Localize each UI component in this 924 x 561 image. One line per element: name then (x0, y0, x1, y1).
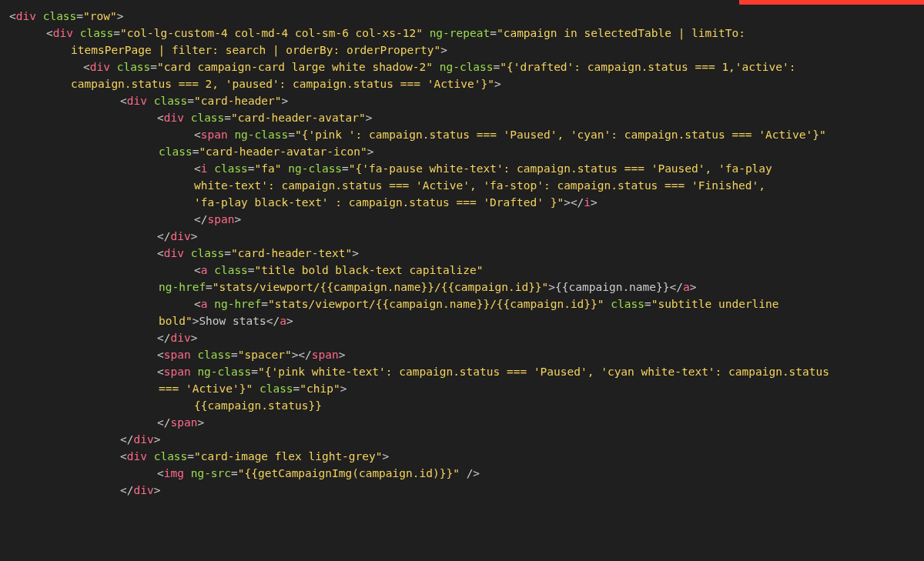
code-line[interactable]: </div> (120, 431, 924, 448)
code-line[interactable]: <div class="card-header-text"> (157, 245, 924, 262)
code-line[interactable]: itemsPerPage | filter: search | orderBy:… (71, 42, 924, 58)
code-editor[interactable]: <div class="row"><div class="col-lg-cust… (0, 0, 924, 499)
code-line[interactable]: <i class="fa" ng-class="{'fa-pause white… (194, 160, 924, 177)
code-line[interactable]: <img ng-src="{{getCampaignImg(campaign.i… (157, 465, 924, 482)
code-line[interactable]: </div> (120, 482, 924, 499)
code-line[interactable]: === 'Active'}" class="chip"> (159, 380, 924, 397)
code-line[interactable]: white-text': campaign.status === 'Active… (194, 177, 924, 194)
code-line[interactable]: <div class="card campaign-card large whi… (83, 58, 924, 75)
code-line[interactable]: bold">Show stats</a> (159, 312, 924, 329)
code-line[interactable]: <div class="row"> (9, 8, 924, 25)
code-line[interactable]: <span ng-class="{'pink white-text': camp… (157, 363, 924, 380)
code-line[interactable]: </div> (157, 329, 924, 346)
code-line[interactable]: <div class="col-lg-custom-4 col-md-4 col… (46, 25, 924, 42)
code-line[interactable]: <a ng-href="stats/viewport/{{campaign.na… (194, 296, 924, 312)
code-line[interactable]: <a class="title bold black-text capitali… (194, 262, 924, 279)
code-line[interactable]: class="card-header-avatar-icon"> (159, 143, 924, 160)
code-line[interactable]: <div class="card-image flex light-grey"> (120, 448, 924, 465)
code-line[interactable]: </span> (194, 211, 924, 228)
code-line[interactable]: </span> (157, 414, 924, 431)
code-line[interactable]: campaign.status === 2, 'paused': campaig… (71, 75, 924, 92)
code-line[interactable]: <div class="card-header"> (120, 92, 924, 109)
minimap-indicator (739, 0, 924, 5)
code-line[interactable]: {{campaign.status}} (194, 397, 924, 414)
code-line[interactable]: <div class="card-header-avatar"> (157, 109, 924, 126)
code-line[interactable]: <span ng-class="{'pink ': campaign.statu… (194, 126, 924, 143)
code-line[interactable]: 'fa-play black-text' : campaign.status =… (194, 194, 924, 211)
code-line[interactable]: ng-href="stats/viewport/{{campaign.name}… (159, 279, 924, 296)
code-line[interactable]: </div> (157, 228, 924, 245)
code-line[interactable]: <span class="spacer"></span> (157, 346, 924, 363)
